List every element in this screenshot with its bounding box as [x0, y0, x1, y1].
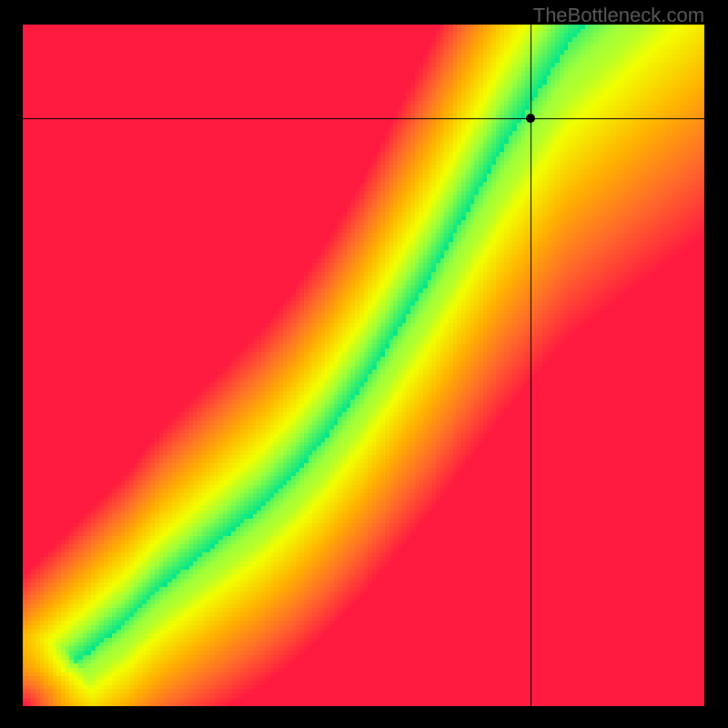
crosshair-vertical [531, 25, 531, 706]
watermark-text: TheBottleneck.com [533, 4, 704, 27]
heatmap-plot [23, 25, 704, 706]
crosshair-horizontal [23, 118, 704, 119]
marker-point [526, 114, 535, 123]
heatmap-canvas [23, 25, 704, 706]
